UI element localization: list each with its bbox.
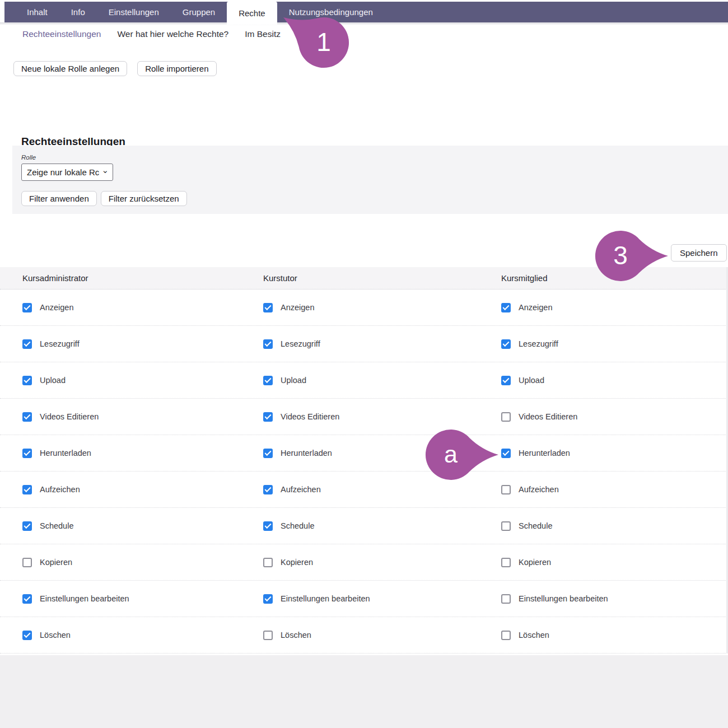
permission-cell: Lesezugriff bbox=[501, 339, 728, 349]
permission-label: Lesezugriff bbox=[281, 339, 320, 348]
table-row-kopieren: KopierenKopierenKopieren bbox=[0, 544, 728, 581]
checkbox-kursmitglied-aufzeichen[interactable] bbox=[501, 485, 511, 494]
permission-cell: Kopieren bbox=[22, 558, 263, 567]
checkbox-kurstutor-videos-editieren[interactable] bbox=[263, 412, 273, 422]
permission-cell: Anzeigen bbox=[22, 303, 263, 312]
save-button[interactable]: Speichern bbox=[671, 244, 727, 262]
tab-rechte[interactable]: Rechte bbox=[227, 2, 277, 25]
permission-label: Aufzeichen bbox=[40, 485, 80, 494]
filter-reset-button[interactable]: Filter zurücksetzen bbox=[101, 191, 187, 206]
permission-label: Kopieren bbox=[40, 558, 72, 567]
checkbox-kursadministrator-löschen[interactable] bbox=[22, 631, 32, 640]
checkbox-kursadministrator-videos-editieren[interactable] bbox=[22, 412, 32, 422]
tab-info[interactable]: Info bbox=[59, 2, 97, 22]
balloon-icon bbox=[594, 228, 669, 284]
checkbox-kursmitglied-einstellungen-bearbeiten[interactable] bbox=[501, 594, 511, 604]
checkbox-kursadministrator-schedule[interactable] bbox=[22, 521, 32, 531]
permission-cell: Einstellungen bearbeiten bbox=[263, 594, 501, 604]
checkbox-kursmitglied-schedule[interactable] bbox=[501, 521, 511, 531]
table-row-löschen: LöschenLöschenLöschen bbox=[0, 617, 728, 654]
permission-label: Kopieren bbox=[281, 558, 313, 567]
checkbox-kurstutor-lesezugriff[interactable] bbox=[263, 339, 273, 349]
permission-cell: Schedule bbox=[501, 521, 728, 531]
permission-cell: Löschen bbox=[263, 631, 501, 640]
checkbox-kurstutor-löschen[interactable] bbox=[263, 631, 273, 640]
permission-label: Herunterladen bbox=[40, 449, 91, 458]
subnav-rechteeinstellungen[interactable]: Rechteeinstellungen bbox=[22, 29, 101, 39]
checkbox-kursadministrator-lesezugriff[interactable] bbox=[22, 339, 32, 349]
checkbox-kurstutor-kopieren[interactable] bbox=[263, 558, 273, 567]
tab-einstellungen[interactable]: Einstellungen bbox=[97, 2, 171, 22]
permission-label: Einstellungen bearbeiten bbox=[281, 594, 370, 603]
tab-label: Info bbox=[71, 7, 85, 17]
checkbox-kursadministrator-anzeigen[interactable] bbox=[22, 303, 32, 312]
permission-label: Einstellungen bearbeiten bbox=[519, 594, 608, 603]
import-role-button[interactable]: Rolle importieren bbox=[137, 61, 216, 76]
permissions-table: AnzeigenAnzeigenAnzeigenLesezugriffLesez… bbox=[0, 290, 728, 654]
checkbox-kursmitglied-kopieren[interactable] bbox=[501, 558, 511, 567]
permission-label: Herunterladen bbox=[281, 449, 332, 458]
table-row-lesezugriff: LesezugriffLesezugriffLesezugriff bbox=[0, 326, 728, 362]
checkbox-kursmitglied-videos-editieren[interactable] bbox=[501, 412, 511, 422]
checkbox-kurstutor-herunterladen[interactable] bbox=[263, 449, 273, 458]
permission-cell: Kopieren bbox=[263, 558, 501, 567]
checkbox-kursmitglied-anzeigen[interactable] bbox=[501, 303, 511, 312]
permission-cell: Herunterladen bbox=[501, 449, 728, 458]
permission-label: Upload bbox=[519, 376, 544, 385]
checkbox-kurstutor-schedule[interactable] bbox=[263, 521, 273, 531]
role-filter-select[interactable]: Zeige nur lokale Rc bbox=[21, 164, 113, 181]
new-role-button[interactable]: Neue lokale Rolle anlegen bbox=[13, 61, 127, 76]
permission-label: Lesezugriff bbox=[519, 339, 558, 348]
permission-label: Videos Editieren bbox=[519, 412, 577, 421]
annotation-balloon-1: 1 bbox=[297, 15, 372, 71]
permission-cell: Videos Editieren bbox=[22, 412, 263, 422]
permission-cell: Aufzeichen bbox=[501, 485, 728, 494]
permission-cell: Anzeigen bbox=[501, 303, 728, 312]
permission-label: Schedule bbox=[519, 521, 552, 530]
checkbox-kurstutor-upload[interactable] bbox=[263, 376, 273, 385]
permission-cell: Videos Editieren bbox=[263, 412, 501, 422]
filter-panel: Rolle Zeige nur lokale Rc ⌄ Filter anwen… bbox=[12, 146, 728, 214]
checkbox-kurstutor-aufzeichen[interactable] bbox=[263, 485, 273, 494]
permission-cell: Aufzeichen bbox=[263, 485, 501, 494]
permission-label: Upload bbox=[281, 376, 306, 385]
role-toolbar: Neue lokale Rolle anlegen Rolle importie… bbox=[13, 61, 217, 76]
sub-nav: RechteeinstellungenWer hat hier welche R… bbox=[22, 29, 281, 39]
tab-inhalt[interactable]: Inhalt bbox=[15, 2, 59, 22]
permission-cell: Videos Editieren bbox=[501, 412, 728, 422]
permission-label: Lesezugriff bbox=[40, 339, 80, 348]
permission-cell: Upload bbox=[22, 376, 263, 385]
permission-cell: Herunterladen bbox=[22, 449, 263, 458]
checkbox-kursmitglied-lesezugriff[interactable] bbox=[501, 339, 511, 349]
checkbox-kursadministrator-kopieren[interactable] bbox=[22, 558, 32, 567]
permission-cell: Upload bbox=[263, 376, 501, 385]
table-row-upload: UploadUploadUpload bbox=[0, 362, 728, 399]
permission-label: Einstellungen bearbeiten bbox=[40, 594, 129, 603]
tab-gruppen[interactable]: Gruppen bbox=[171, 2, 227, 22]
permission-cell: Upload bbox=[501, 376, 728, 385]
permission-label: Aufzeichen bbox=[519, 485, 559, 494]
checkbox-kurstutor-anzeigen[interactable] bbox=[263, 303, 273, 312]
permission-cell: Schedule bbox=[22, 521, 263, 531]
permission-label: Anzeigen bbox=[40, 303, 73, 312]
checkbox-kursmitglied-herunterladen[interactable] bbox=[501, 449, 511, 458]
filter-apply-button[interactable]: Filter anwenden bbox=[21, 191, 97, 206]
checkbox-kursadministrator-herunterladen[interactable] bbox=[22, 449, 32, 458]
checkbox-kursmitglied-upload[interactable] bbox=[501, 376, 511, 385]
permission-label: Schedule bbox=[40, 521, 73, 530]
tab-label: Gruppen bbox=[183, 7, 215, 17]
checkbox-kursadministrator-upload[interactable] bbox=[22, 376, 32, 385]
subnav-wer-hat-hier-welche-rechte[interactable]: Wer hat hier welche Rechte? bbox=[117, 29, 228, 39]
permission-label: Schedule bbox=[281, 521, 314, 530]
permission-cell: Kopieren bbox=[501, 558, 728, 567]
permission-label: Kopieren bbox=[519, 558, 551, 567]
permission-label: Löschen bbox=[281, 631, 311, 640]
table-row-aufzeichen: AufzeichenAufzeichenAufzeichen bbox=[0, 472, 728, 508]
checkbox-kurstutor-einstellungen-bearbeiten[interactable] bbox=[263, 594, 273, 604]
checkbox-kursadministrator-einstellungen-bearbeiten[interactable] bbox=[22, 594, 32, 604]
column-header-kurstutor: Kurstutor bbox=[263, 273, 501, 283]
checkbox-kursmitglied-löschen[interactable] bbox=[501, 631, 511, 640]
table-row-herunterladen: HerunterladenHerunterladenHerunterladen bbox=[0, 435, 728, 472]
permission-label: Aufzeichen bbox=[281, 485, 321, 494]
checkbox-kursadministrator-aufzeichen[interactable] bbox=[22, 485, 32, 494]
